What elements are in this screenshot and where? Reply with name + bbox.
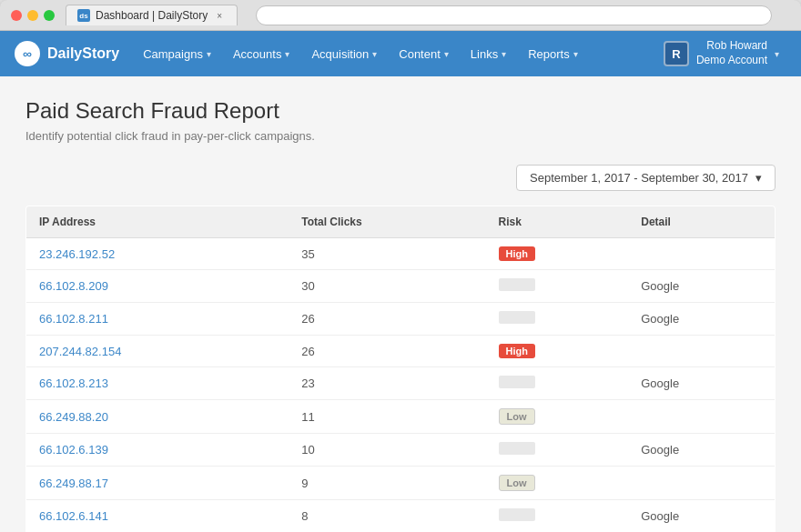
brand-icon: ∞ (15, 41, 40, 66)
cell-risk: Low (486, 400, 629, 434)
ip-link[interactable]: 207.244.82.154 (39, 345, 121, 358)
close-button[interactable] (11, 10, 22, 21)
address-bar[interactable] (256, 5, 772, 25)
ip-link[interactable]: 66.102.6.139 (39, 443, 108, 457)
date-filter-row: September 1, 2017 - September 30, 2017 ▾ (25, 165, 776, 191)
cell-detail (628, 238, 775, 270)
risk-badge: High (499, 246, 535, 261)
nav-acquisition[interactable]: Acquisition ▾ (302, 42, 386, 66)
cell-clicks: 11 (289, 400, 485, 434)
ip-link[interactable]: 23.246.192.52 (39, 247, 115, 261)
col-detail: Detail (628, 206, 775, 238)
ip-link[interactable]: 66.102.6.141 (39, 509, 108, 523)
table-header: IP Address Total Clicks Risk Detail (26, 206, 776, 238)
cell-risk: High (486, 336, 629, 367)
risk-badge (499, 442, 535, 455)
chevron-down-icon: ▾ (502, 49, 506, 59)
risk-badge (499, 311, 535, 324)
cell-ip: 23.246.192.52 (26, 238, 289, 270)
cell-ip: 66.249.88.17 (26, 467, 289, 500)
navbar: ∞ DailyStory Campaigns ▾ Accounts ▾ Acqu… (0, 31, 801, 76)
ip-link[interactable]: 66.102.8.211 (39, 312, 108, 326)
tab-favicon: ds (77, 9, 90, 22)
nav-accounts[interactable]: Accounts ▾ (224, 42, 299, 66)
avatar: R (664, 41, 689, 66)
cell-ip: 66.102.6.141 (26, 500, 289, 533)
cell-detail (628, 336, 775, 367)
col-clicks: Total Clicks (289, 206, 485, 238)
cell-detail (628, 467, 775, 500)
col-risk: Risk (486, 206, 629, 238)
user-name: Rob Howard Demo Account (696, 39, 767, 67)
cell-ip: 207.244.82.154 (26, 336, 289, 367)
table-row: 66.102.8.20930Google (26, 270, 776, 303)
risk-badge: Low (499, 475, 535, 491)
cell-risk (486, 367, 629, 400)
ip-link[interactable]: 66.249.88.20 (39, 410, 108, 424)
browser-tab[interactable]: ds Dashboard | DailyStory × (66, 5, 238, 25)
cell-clicks: 23 (289, 367, 485, 400)
page-subtitle: Identify potential click fraud in pay-pe… (25, 129, 776, 143)
cell-ip: 66.102.6.139 (26, 434, 289, 467)
chevron-down-icon: ▾ (207, 49, 211, 59)
ip-link[interactable]: 66.102.8.209 (39, 279, 108, 293)
table-row: 66.102.6.13910Google (26, 434, 776, 467)
chevron-down-icon: ▾ (444, 49, 449, 59)
col-ip: IP Address (26, 206, 289, 238)
nav-campaigns[interactable]: Campaigns ▾ (134, 42, 220, 66)
page-content: ∞ DailyStory Campaigns ▾ Accounts ▾ Acqu… (0, 31, 801, 532)
cell-clicks: 10 (289, 434, 485, 467)
navbar-brand[interactable]: ∞ DailyStory (15, 41, 119, 66)
ip-link[interactable]: 66.249.88.17 (39, 477, 108, 490)
date-range-label: September 1, 2017 - September 30, 2017 (530, 171, 748, 185)
cell-ip: 66.102.8.213 (26, 367, 289, 400)
browser-window: ds Dashboard | DailyStory × ∞ DailyStory… (0, 0, 801, 532)
risk-badge: High (499, 344, 535, 358)
chevron-down-icon: ▾ (775, 49, 779, 59)
user-menu[interactable]: R Rob Howard Demo Account ▾ (656, 35, 786, 71)
cell-clicks: 8 (289, 500, 485, 533)
cell-clicks: 30 (289, 270, 485, 303)
cell-clicks: 9 (289, 467, 485, 500)
risk-badge: Low (499, 408, 535, 425)
chevron-down-icon: ▾ (372, 49, 377, 59)
cell-clicks: 35 (289, 238, 485, 270)
ip-link[interactable]: 66.102.8.213 (39, 376, 108, 390)
table-body: 23.246.192.5235High66.102.8.20930Google6… (26, 238, 776, 533)
tab-title: Dashboard | DailyStory (96, 9, 208, 22)
browser-controls (11, 10, 55, 21)
table-row: 66.249.88.179Low (26, 467, 776, 500)
browser-titlebar: ds Dashboard | DailyStory × (0, 0, 801, 31)
cell-detail: Google (628, 270, 775, 303)
cell-risk: Low (486, 467, 629, 500)
page-title: Paid Search Fraud Report (25, 98, 776, 124)
nav-links[interactable]: Links ▾ (461, 42, 515, 66)
chevron-down-icon: ▾ (755, 171, 762, 185)
cell-ip: 66.102.8.211 (26, 303, 289, 336)
nav-content[interactable]: Content ▾ (390, 42, 458, 66)
tab-close-button[interactable]: × (213, 9, 226, 22)
chevron-down-icon: ▾ (573, 49, 578, 59)
table-row: 66.249.88.2011Low (26, 400, 776, 434)
chevron-down-icon: ▾ (285, 49, 289, 59)
table-row: 66.102.8.21323Google (26, 367, 776, 400)
date-range-picker[interactable]: September 1, 2017 - September 30, 2017 ▾ (516, 165, 776, 191)
brand-name: DailyStory (47, 45, 119, 62)
cell-clicks: 26 (289, 303, 485, 336)
table-row: 66.102.8.21126Google (26, 303, 776, 336)
risk-badge (499, 278, 535, 291)
cell-detail: Google (628, 367, 775, 400)
minimize-button[interactable] (27, 10, 38, 21)
cell-ip: 66.249.88.20 (26, 400, 289, 434)
cell-clicks: 26 (289, 336, 485, 367)
cell-detail: Google (628, 500, 775, 533)
cell-detail (628, 400, 775, 434)
table-row: 207.244.82.15426High (26, 336, 776, 367)
nav-reports[interactable]: Reports ▾ (519, 42, 587, 66)
cell-detail: Google (628, 434, 775, 467)
risk-badge (499, 376, 535, 388)
table-row: 66.102.6.1418Google (26, 500, 776, 533)
maximize-button[interactable] (44, 10, 55, 21)
risk-badge (499, 508, 535, 521)
cell-risk (486, 500, 629, 533)
